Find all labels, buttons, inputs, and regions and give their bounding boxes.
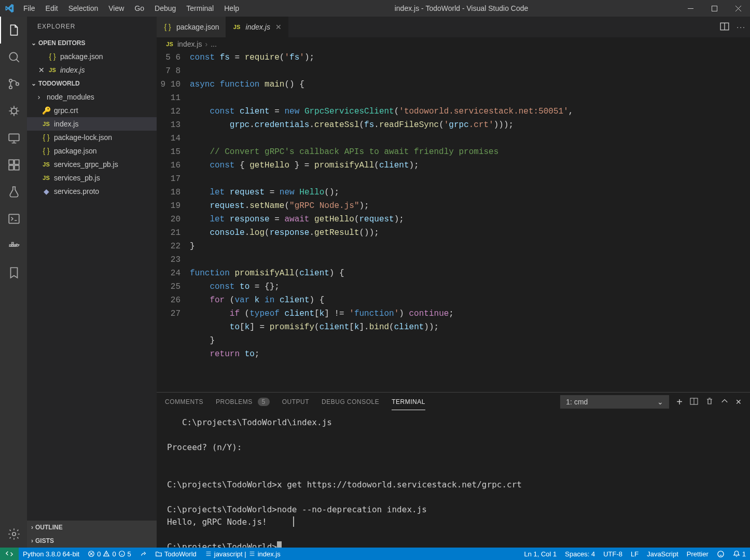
project-name: TodoWorld [164,550,197,558]
file-index-js[interactable]: JS index.js [27,117,157,131]
code-editor[interactable]: 5 6 7 8 9 10 11 12 13 14 15 16 17 18 19 … [157,51,750,392]
file-label: index.js [60,66,85,74]
scope-lang: javascript | [214,550,246,558]
svg-rect-7 [9,134,19,141]
menu-debug[interactable]: Debug [149,0,181,17]
status-spaces[interactable]: Spaces: 4 [561,548,599,560]
file-label: index.js [54,120,78,128]
new-terminal-icon[interactable]: + [676,396,683,408]
activity-testing[interactable] [0,178,27,205]
cert-icon: 🔑 [41,106,51,115]
svg-rect-8 [9,160,13,164]
panel-tab-comments[interactable]: COMMENTS [165,394,203,410]
terminal-output[interactable]: C:\projects\TodoWorld\index.js Proceed? … [157,411,750,548]
folder-node-modules[interactable]: › node_modules [27,90,157,104]
activity-docker[interactable] [0,232,27,259]
split-editor-icon[interactable] [720,22,729,33]
status-project[interactable]: TodoWorld [151,548,201,560]
terminal-select[interactable]: 1: cmd ⌄ [560,395,669,409]
status-bell-icon[interactable]: 1 [729,548,750,560]
maximize-panel-icon[interactable] [721,398,728,407]
file-services-grpc-pb[interactable]: JS services_grpc_pb.js [27,158,157,171]
line-numbers: 5 6 7 8 9 10 11 12 13 14 15 16 17 18 19 … [157,51,190,392]
panel-tab-debug[interactable]: DEBUG CONSOLE [322,394,379,410]
panel-tab-problems[interactable]: PROBLEMS 5 [216,394,270,410]
tab-package-json[interactable]: { } package.json [157,17,226,37]
status-formatter[interactable]: Prettier [683,548,713,560]
window-title: index.js - TodoWorld - Visual Studio Cod… [244,4,678,12]
status-cursor[interactable]: Ln 1, Col 1 [520,548,561,560]
status-live-share[interactable] [135,548,151,560]
chevron-right-icon: › [34,93,44,101]
code-content[interactable]: const fs = require('fs'); async function… [190,51,750,392]
remote-indicator[interactable] [0,548,19,560]
status-eol[interactable]: LF [627,548,643,560]
outline-section[interactable]: › OUTLINE [27,521,157,534]
panel-tab-output[interactable]: OUTPUT [282,394,309,410]
title-bar: File Edit Selection View Go Debug Termin… [0,0,750,17]
file-label: package.json [60,52,103,61]
menu-file[interactable]: File [18,0,40,17]
file-label: grpc.crt [54,106,78,115]
close-icon[interactable]: ✕ [275,23,282,31]
file-services-pb[interactable]: JS services_pb.js [27,171,157,185]
minimize-button[interactable] [678,0,702,17]
activity-explorer[interactable] [0,17,27,44]
panel-tab-terminal[interactable]: TERMINAL [392,394,425,410]
tab-index-js[interactable]: JS index.js ✕ [226,17,288,37]
activity-scm[interactable] [0,71,27,97]
activity-extensions[interactable] [0,151,27,178]
file-package-lock[interactable]: { } package-lock.json [27,131,157,144]
json-icon: { } [48,52,57,61]
status-encoding[interactable]: UTF-8 [599,548,627,560]
activity-settings[interactable] [0,521,27,548]
file-package-json[interactable]: { } package.json [27,144,157,158]
activity-bookmark[interactable] [0,259,27,286]
status-scope[interactable]: javascript | index.js [201,548,285,560]
status-language[interactable]: JavaScript [643,548,683,560]
menu-help[interactable]: Help [219,0,244,17]
svg-point-17 [12,533,16,536]
open-editor-index-js[interactable]: ✕ JS index.js [27,63,157,77]
file-services-proto[interactable]: ◆ services.proto [27,185,157,198]
close-panel-icon[interactable]: ✕ [735,398,742,406]
trash-icon[interactable] [705,397,714,407]
chevron-down-icon: ⌄ [657,398,663,406]
svg-rect-9 [9,165,13,170]
status-problems[interactable]: 0 0 5 [84,548,135,560]
editor-tabs: { } package.json JS index.js ✕ ··· [157,17,750,37]
activity-console[interactable] [0,205,27,232]
status-feedback-icon[interactable] [713,548,729,560]
breadcrumb-rest: ... [211,40,217,48]
split-terminal-icon[interactable] [690,397,698,407]
project-section[interactable]: ⌄ TODOWORLD [27,77,157,90]
activity-search[interactable] [0,44,27,71]
gists-section[interactable]: › GISTS [27,534,157,548]
svg-point-22 [718,551,724,556]
open-editor-package-json[interactable]: { } package.json [27,50,157,63]
info-count: 5 [128,550,131,558]
menu-go[interactable]: Go [129,0,149,17]
menu-terminal[interactable]: Terminal [181,0,219,17]
chevron-right-icon: › [31,537,33,544]
open-editors-section[interactable]: ⌄ OPEN EDITORS [27,36,157,50]
menu-edit[interactable]: Edit [40,0,63,17]
sidebar-title: EXPLORER [27,17,157,36]
close-button[interactable] [726,0,750,17]
more-icon[interactable]: ··· [737,23,746,31]
svg-point-2 [9,52,17,60]
svg-rect-0 [688,8,693,9]
maximize-button[interactable] [702,0,726,17]
activity-remote[interactable] [0,124,27,151]
file-grpc-crt[interactable]: 🔑 grpc.crt [27,104,157,117]
menu-view[interactable]: View [103,0,129,17]
status-python[interactable]: Python 3.8.0 64-bit [19,548,84,560]
close-icon[interactable]: ✕ [37,66,46,74]
js-icon: JS [165,41,174,47]
activity-debug[interactable] [0,97,27,124]
breadcrumb[interactable]: JS index.js › ... [157,37,750,51]
file-label: services_pb.js [54,174,100,182]
panel-tabs: COMMENTS PROBLEMS 5 OUTPUT DEBUG CONSOLE… [157,393,750,411]
menu-selection[interactable]: Selection [63,0,104,17]
warnings-count: 0 [112,550,116,558]
